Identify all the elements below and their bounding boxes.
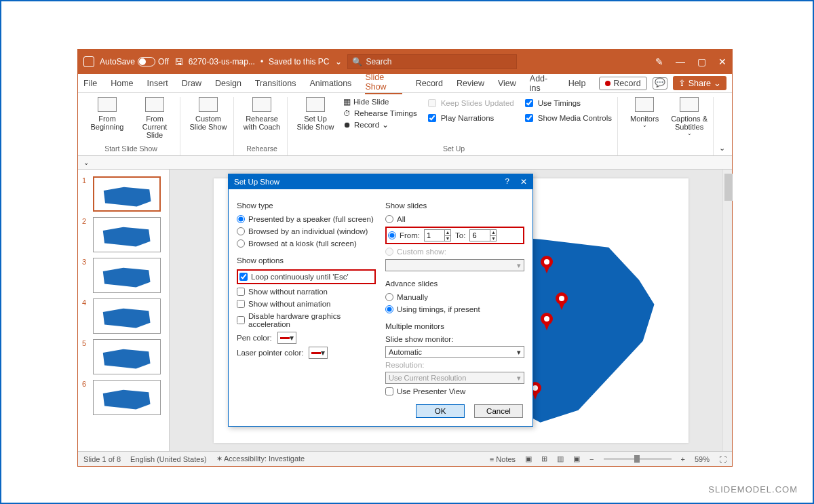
tab-insert[interactable]: Insert [147, 79, 168, 88]
thumbnail-5[interactable]: 5 [78, 336, 169, 377]
radio-presented[interactable]: Presented by a speaker (full screen) [237, 214, 376, 224]
checkbox-disable-hw[interactable]: Disable hardware graphics acceleration [237, 311, 376, 329]
tab-animations[interactable]: Animations [310, 79, 352, 88]
highlighted-from-to: From: ▲▼ To: ▲▼ [385, 227, 524, 244]
laser-color-picker[interactable]: ▾ [309, 347, 328, 359]
from-spinner[interactable]: ▲▼ [424, 229, 451, 241]
tab-design[interactable]: Design [215, 79, 241, 88]
resolution-label: Resolution: [385, 361, 524, 369]
language-indicator[interactable]: English (United States) [130, 455, 207, 463]
ribbon-tabs: File Home Insert Draw Design Transitions… [78, 74, 732, 93]
zoom-slider[interactable] [604, 458, 672, 460]
checkbox-no-animation[interactable]: Show without animation [237, 299, 376, 309]
collapse-ribbon-icon[interactable]: ⌄ [716, 141, 728, 155]
toggle-icon [138, 57, 155, 66]
radio-from-slides[interactable]: From: [388, 231, 420, 240]
radio-browsed-individual[interactable]: Browsed by an individual (window) [237, 227, 376, 236]
slide-indicator[interactable]: Slide 1 of 8 [83, 455, 121, 463]
search-input[interactable]: 🔍 Search [347, 54, 517, 69]
ok-button[interactable]: OK [416, 404, 465, 418]
fit-window-icon[interactable]: ⛶ [719, 455, 726, 463]
thumbnail-4[interactable]: 4 [78, 296, 169, 336]
thumbnail-6[interactable]: 6 [78, 377, 169, 418]
monitors-button[interactable]: Monitors⌄ [626, 97, 663, 137]
record-dot-icon [605, 81, 610, 86]
from-beginning-button[interactable]: From Beginning [88, 97, 127, 139]
record-menu-button[interactable]: ⏺Record ⌄ [343, 120, 389, 130]
tab-help[interactable]: Help [568, 79, 586, 88]
show-media-checkbox[interactable]: Show Media Controls [522, 112, 612, 124]
pen-color-picker[interactable]: ▾ [277, 332, 296, 344]
tab-file[interactable]: File [83, 79, 97, 88]
monitor-label: Slide show monitor: [385, 335, 524, 343]
zoom-in-button[interactable]: + [681, 455, 685, 463]
share-icon: ⇪ [678, 78, 686, 88]
pen-icon[interactable]: ✎ [655, 56, 663, 67]
tab-record[interactable]: Record [416, 79, 443, 88]
checkbox-loop[interactable]: Loop continuously until 'Esc' [239, 272, 372, 282]
ribbon-footer: ⌄ [78, 156, 732, 170]
thumbnail-3[interactable]: 3 [78, 255, 169, 296]
notes-button[interactable]: ≡ Notes [490, 455, 516, 463]
radio-browsed-kiosk[interactable]: Browsed at a kiosk (full screen) [237, 239, 376, 248]
hide-slide-button[interactable]: ▦Hide Slide [343, 97, 389, 106]
view-slideshow-icon[interactable]: ▣ [573, 454, 580, 463]
close-dialog-button[interactable]: ✕ [520, 177, 527, 187]
pen-color-label: Pen color: [237, 334, 272, 342]
to-spinner[interactable]: ▲▼ [469, 229, 497, 241]
ribbon: From Beginning From Current Slide Start … [78, 93, 732, 156]
play-narrations-checkbox[interactable]: Play Narrations [425, 112, 495, 124]
checkbox-no-narration[interactable]: Show without narration [237, 287, 376, 296]
monitor-dropdown[interactable]: Automatic▾ [385, 346, 524, 358]
tab-review[interactable]: Review [457, 79, 484, 88]
help-button[interactable]: ? [505, 177, 509, 187]
thumbnail-1[interactable]: 1 [78, 174, 169, 214]
record-button[interactable]: Record [599, 77, 646, 90]
custom-slideshow-button[interactable]: Custom Slide Show [189, 97, 228, 131]
from-current-button[interactable]: From Current Slide [135, 97, 174, 139]
captions-button[interactable]: Captions & Subtitles⌄ [671, 97, 708, 137]
comments-button[interactable]: 💬 [653, 77, 667, 90]
use-timings-checkbox[interactable]: Use Timings [522, 97, 581, 109]
zoom-out-button[interactable]: − [589, 455, 594, 463]
zoom-level[interactable]: 59% [695, 455, 710, 463]
tab-view[interactable]: View [498, 79, 516, 88]
chevron-down-icon[interactable]: ⌄ [335, 57, 342, 66]
tab-addins[interactable]: Add-ins [530, 74, 555, 93]
autosave-toggle[interactable]: AutoSave Off [100, 57, 169, 66]
search-placeholder: Search [366, 57, 392, 66]
chevron-down-icon[interactable]: ⌄ [83, 159, 89, 166]
vertical-scrollbar[interactable] [722, 170, 732, 451]
chevron-down-icon: ⌄ [714, 78, 721, 88]
dialog-title-bar[interactable]: Set Up Show ?✕ [229, 174, 532, 189]
to-label: To: [455, 231, 465, 239]
thumbnail-2[interactable]: 2 [78, 214, 169, 255]
radio-all-slides[interactable]: All [385, 214, 524, 224]
view-reading-icon[interactable]: ▥ [557, 454, 564, 463]
save-icon[interactable]: 🖫 [174, 57, 183, 67]
dialog-title: Set Up Show [234, 178, 279, 186]
accessibility-indicator[interactable]: ✶ Accessibility: Investigate [216, 454, 305, 463]
maximize-button[interactable]: ▢ [697, 56, 706, 67]
radio-timings[interactable]: Using timings, if present [385, 305, 524, 314]
tab-slideshow[interactable]: Slide Show [365, 73, 402, 94]
group-label: Rehearse [246, 139, 277, 153]
setup-show-dialog: Set Up Show ?✕ Show type Presented by a … [228, 174, 533, 427]
checkbox-presenter-view[interactable]: Use Presenter View [385, 387, 524, 396]
tab-transitions[interactable]: Transitions [255, 79, 296, 88]
keep-updated-checkbox[interactable]: Keep Slides Updated [425, 97, 514, 109]
close-button[interactable]: ✕ [718, 56, 726, 67]
minimize-button[interactable]: ― [676, 56, 685, 67]
view-sorter-icon[interactable]: ⊞ [541, 454, 547, 463]
rehearse-coach-button[interactable]: Rehearse with Coach [242, 97, 282, 131]
share-button[interactable]: ⇪ Share ⌄ [673, 76, 726, 90]
view-normal-icon[interactable]: ▣ [525, 454, 532, 463]
tab-home[interactable]: Home [111, 79, 133, 88]
setup-slideshow-button[interactable]: Set Up Slide Show [296, 97, 335, 131]
group-label: Set Up [443, 139, 465, 153]
save-status[interactable]: Saved to this PC [269, 57, 329, 66]
rehearse-timings-button[interactable]: ⏱Rehearse Timings [343, 109, 417, 117]
tab-draw[interactable]: Draw [182, 79, 201, 88]
cancel-button[interactable]: Cancel [474, 404, 523, 418]
radio-manual[interactable]: Manually [385, 292, 524, 302]
